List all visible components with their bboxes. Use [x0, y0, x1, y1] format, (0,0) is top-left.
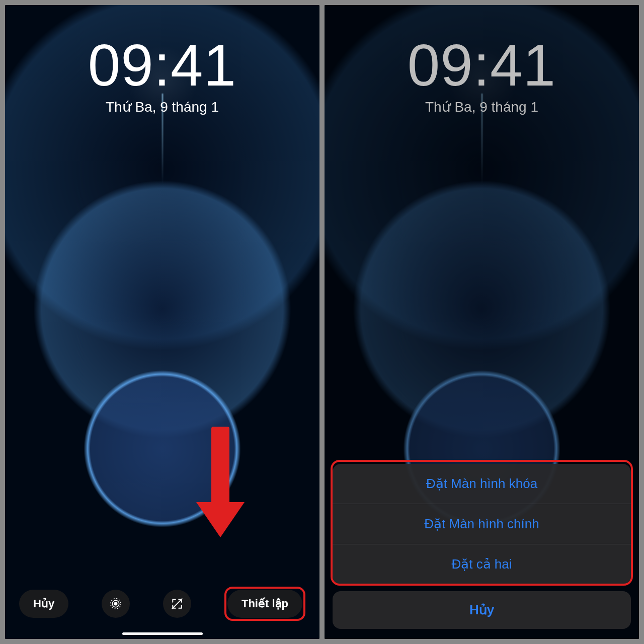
svg-line-3 [172, 599, 182, 609]
set-both-option[interactable]: Đặt cả hai [333, 544, 631, 584]
set-wallpaper-button[interactable]: Thiết lập [227, 590, 302, 618]
annotation-arrow-down-icon [205, 427, 235, 547]
lock-screen-clock: 09:41 Thứ Ba, 9 tháng 1 [5, 35, 319, 115]
clock-date: Thứ Ba, 9 tháng 1 [325, 99, 639, 115]
annotation-highlight-set-button: Thiết lập [224, 587, 305, 621]
clock-date: Thứ Ba, 9 tháng 1 [5, 99, 319, 115]
set-home-screen-option[interactable]: Đặt Màn hình chính [333, 504, 631, 544]
screenshot-right-set-wallpaper-sheet: 09:41 Thứ Ba, 9 tháng 1 Đặt Màn hình khó… [325, 5, 639, 639]
action-sheet-cancel-button[interactable]: Hủy [333, 591, 631, 629]
set-wallpaper-action-sheet: Đặt Màn hình khóa Đặt Màn hình chính Đặt… [333, 464, 631, 629]
cancel-button[interactable]: Hủy [19, 590, 68, 618]
clock-time: 09:41 [5, 35, 319, 97]
perspective-zoom-off-icon [171, 597, 184, 610]
live-photo-toggle-button[interactable] [102, 590, 130, 618]
home-indicator[interactable] [122, 632, 203, 635]
set-lock-screen-option[interactable]: Đặt Màn hình khóa [333, 464, 631, 504]
cancel-button-label: Hủy [33, 597, 54, 610]
live-photo-icon [109, 597, 122, 610]
perspective-zoom-toggle-button[interactable] [163, 590, 191, 618]
clock-time: 09:41 [325, 35, 639, 97]
lock-screen-clock: 09:41 Thứ Ba, 9 tháng 1 [325, 35, 639, 115]
screenshot-left-wallpaper-preview: 09:41 Thứ Ba, 9 tháng 1 Hủy [5, 5, 319, 639]
set-wallpaper-button-label: Thiết lập [242, 597, 288, 610]
svg-point-0 [114, 602, 118, 606]
wallpaper-preview-toolbar: Hủy [5, 587, 319, 621]
action-sheet-options-group: Đặt Màn hình khóa Đặt Màn hình chính Đặt… [333, 464, 631, 584]
